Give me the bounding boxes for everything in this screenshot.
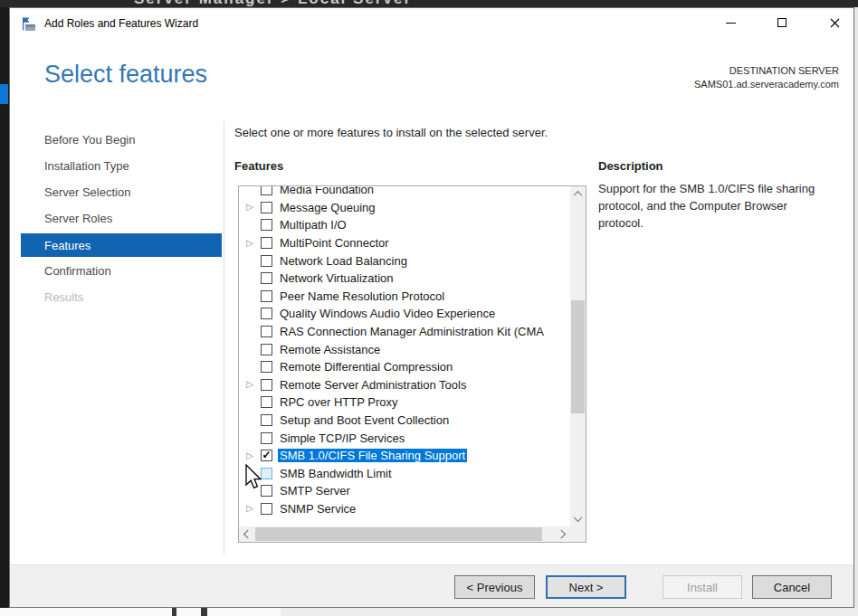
- close-button[interactable]: [815, 10, 854, 35]
- feature-row-ras-connection-manager-administration-kit-cma[interactable]: RAS Connection Manager Administration Ki…: [239, 323, 570, 341]
- maximize-button[interactable]: [762, 10, 802, 35]
- feature-checkbox-media-foundation[interactable]: [261, 186, 272, 195]
- feature-label[interactable]: Message Queuing: [278, 201, 377, 214]
- feature-checkbox-network-virtualization[interactable]: [261, 272, 272, 284]
- feature-checkbox-smtp-server[interactable]: [261, 485, 272, 497]
- sidebar-item-before-you-begin[interactable]: Before You Begin: [21, 127, 222, 153]
- previous-button[interactable]: < Previous: [454, 575, 535, 599]
- expander-icon[interactable]: ▷: [245, 203, 254, 212]
- feature-checkbox-multipath-i-o[interactable]: [261, 219, 272, 231]
- feature-checkbox-ras-connection-manager-administration-kit-cma[interactable]: [261, 326, 272, 337]
- feature-label[interactable]: Setup and Boot Event Collection: [278, 413, 451, 427]
- sidebar-item-features[interactable]: Features: [21, 233, 222, 257]
- feature-checkbox-message-queuing[interactable]: [261, 202, 272, 213]
- feature-row-smb-bandwidth-limit[interactable]: SMB Bandwidth Limit: [239, 465, 570, 483]
- feature-label[interactable]: RAS Connection Manager Administration Ki…: [278, 325, 546, 338]
- feature-row-multipoint-connector[interactable]: ▷MultiPoint Connector: [239, 234, 570, 252]
- feature-row-rpc-over-http-proxy[interactable]: RPC over HTTP Proxy: [239, 393, 570, 412]
- screen: Server Manager > Local Server Add Roles …: [0, 0, 858, 616]
- feature-label[interactable]: Network Virtualization: [278, 271, 395, 285]
- add-roles-features-wizard-dialog: Add Roles and Features Wizard Select fea…: [9, 7, 854, 608]
- feature-row-simple-tcp-ip-services[interactable]: Simple TCP/IP Services: [239, 429, 570, 447]
- feature-row-setup-and-boot-event-collection[interactable]: Setup and Boot Event Collection: [239, 412, 570, 430]
- destination-server-label: DESTINATION SERVER: [694, 64, 839, 78]
- sidebar-item-server-selection[interactable]: Server Selection: [21, 179, 222, 205]
- feature-label[interactable]: MultiPoint Connector: [278, 236, 391, 250]
- feature-label[interactable]: Multipath I/O: [278, 218, 348, 232]
- feature-row-remote-assistance[interactable]: Remote Assistance: [239, 340, 570, 358]
- feature-label[interactable]: Simple TCP/IP Services: [278, 431, 406, 445]
- feature-row-media-foundation[interactable]: Media Foundation: [239, 186, 570, 199]
- feature-label[interactable]: SNMP Service: [278, 502, 358, 516]
- description-title: Description: [598, 159, 663, 173]
- feature-row-remote-differential-compression[interactable]: Remote Differential Compression: [239, 358, 570, 376]
- scroll-left-button[interactable]: [239, 526, 254, 542]
- feature-row-quality-windows-audio-video-experience[interactable]: Quality Windows Audio Video Experience: [239, 305, 570, 323]
- chevron-right-icon: [557, 530, 566, 539]
- feature-label[interactable]: SMTP Server: [278, 484, 352, 498]
- feature-row-message-queuing[interactable]: ▷Message Queuing: [239, 199, 570, 217]
- minimize-button[interactable]: [710, 10, 750, 35]
- feature-label[interactable]: Peer Name Resolution Protocol: [278, 289, 446, 303]
- features-listbox: Media Foundation▷Message QueuingMultipat…: [238, 185, 586, 543]
- next-button[interactable]: Next >: [546, 575, 626, 599]
- feature-checkbox-snmp-service[interactable]: [261, 503, 272, 515]
- feature-label[interactable]: Remote Assistance: [278, 343, 382, 356]
- feature-checkbox-smb-1-0-cifs-file-sharing-support[interactable]: ✓: [261, 450, 272, 461]
- maximize-icon: [777, 18, 786, 27]
- features-list-label: Features: [234, 159, 283, 173]
- vertical-scrollbar[interactable]: [570, 186, 586, 526]
- feature-row-peer-name-resolution-protocol[interactable]: Peer Name Resolution Protocol: [239, 288, 570, 306]
- scroll-down-button[interactable]: [570, 511, 586, 526]
- feature-row-smb-1-0-cifs-file-sharing-support[interactable]: ▷✓SMB 1.0/CIFS File Sharing Support: [239, 447, 570, 465]
- feature-checkbox-remote-assistance[interactable]: [261, 344, 272, 355]
- page-title: Select features: [44, 61, 207, 89]
- feature-checkbox-peer-name-resolution-protocol[interactable]: [261, 290, 272, 302]
- cancel-button[interactable]: Cancel: [752, 575, 832, 599]
- feature-label[interactable]: SMB 1.0/CIFS File Sharing Support: [278, 449, 467, 462]
- feature-label[interactable]: Remote Differential Compression: [278, 360, 454, 374]
- feature-row-smtp-server[interactable]: SMTP Server: [239, 482, 570, 500]
- scroll-up-button[interactable]: [570, 186, 586, 202]
- expander-icon[interactable]: ▷: [245, 451, 254, 460]
- expander-icon[interactable]: ▷: [245, 380, 254, 389]
- expander-icon[interactable]: ▷: [245, 504, 254, 513]
- background-right-strip: [854, 7, 858, 608]
- horizontal-scrollbar-thumb[interactable]: [255, 527, 542, 541]
- background-artifact: [0, 608, 281, 616]
- feature-row-network-load-balancing[interactable]: Network Load Balancing: [239, 251, 570, 270]
- sidebar-item-installation-type[interactable]: Installation Type: [21, 153, 222, 179]
- feature-label[interactable]: RPC over HTTP Proxy: [278, 395, 400, 409]
- expander-icon[interactable]: ▷: [245, 239, 254, 248]
- feature-checkbox-network-load-balancing[interactable]: [261, 255, 272, 267]
- feature-checkbox-smb-bandwidth-limit[interactable]: [261, 468, 272, 479]
- feature-row-multipath-i-o[interactable]: Multipath I/O: [239, 216, 570, 234]
- feature-label[interactable]: Media Foundation: [278, 186, 376, 196]
- background-bottom-strip: [0, 608, 858, 616]
- sidebar-item-confirmation[interactable]: Confirmation: [21, 258, 222, 284]
- feature-label[interactable]: Remote Server Administration Tools: [278, 378, 468, 392]
- feature-row-remote-server-administration-tools[interactable]: ▷Remote Server Administration Tools: [239, 376, 570, 394]
- destination-server-block: DESTINATION SERVER SAMS01.ad.serveracade…: [694, 64, 839, 91]
- feature-checkbox-rpc-over-http-proxy[interactable]: [261, 396, 272, 408]
- install-button[interactable]: Install: [663, 575, 742, 599]
- feature-checkbox-multipoint-connector[interactable]: [261, 237, 272, 249]
- feature-checkbox-setup-and-boot-event-collection[interactable]: [261, 414, 272, 426]
- feature-row-snmp-service[interactable]: ▷SNMP Service: [239, 500, 570, 518]
- feature-label[interactable]: Quality Windows Audio Video Experience: [278, 307, 497, 320]
- sidebar-item-results[interactable]: Results: [21, 284, 222, 310]
- feature-checkbox-remote-server-administration-tools[interactable]: [261, 379, 272, 391]
- scrollbar-corner: [570, 526, 586, 542]
- vertical-scrollbar-thumb[interactable]: [571, 300, 585, 413]
- horizontal-scrollbar[interactable]: [239, 526, 570, 542]
- feature-row-network-virtualization[interactable]: Network Virtualization: [239, 270, 570, 288]
- feature-label[interactable]: SMB Bandwidth Limit: [278, 467, 394, 480]
- feature-checkbox-simple-tcp-ip-services[interactable]: [261, 432, 272, 444]
- sidebar-item-server-roles[interactable]: Server Roles: [21, 205, 222, 232]
- scroll-right-button[interactable]: [555, 526, 570, 542]
- background-selected-nav-fragment: [0, 84, 8, 104]
- feature-checkbox-remote-differential-compression[interactable]: [261, 361, 272, 373]
- feature-label[interactable]: Network Load Balancing: [278, 254, 409, 268]
- feature-checkbox-quality-windows-audio-video-experience[interactable]: [261, 308, 272, 319]
- dialog-titlebar[interactable]: Add Roles and Features Wizard: [10, 8, 853, 41]
